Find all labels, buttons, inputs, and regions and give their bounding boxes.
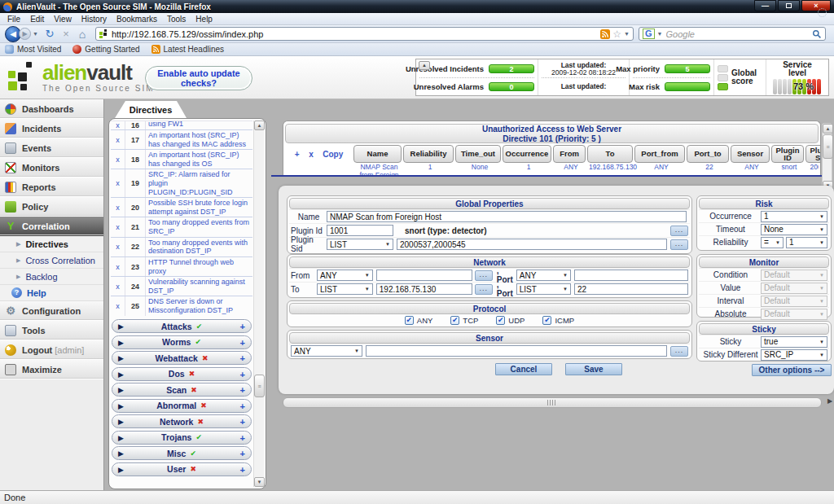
sidebar-item-monitors[interactable]: Monitors	[0, 158, 103, 177]
add-category-directive-button[interactable]: +	[240, 322, 245, 331]
from-input[interactable]	[376, 270, 472, 281]
category-bar-trojans[interactable]: ▶Trojans✔+	[112, 431, 252, 445]
timeout-select[interactable]: None▼	[761, 224, 827, 235]
category-bar-webattack[interactable]: ▶Webattack✖+	[112, 351, 252, 365]
splitter-arrow-icon[interactable]: ▶	[827, 397, 832, 405]
minimize-button[interactable]: —	[754, 0, 776, 11]
add-rule-link[interactable]: +	[295, 150, 300, 159]
category-bar-user[interactable]: ▶User✖+	[112, 462, 252, 476]
to-mode-select[interactable]: LIST▼	[317, 283, 373, 295]
add-category-directive-button[interactable]: +	[240, 385, 245, 395]
url-input[interactable]	[112, 28, 598, 39]
protocol-any-checkbox[interactable]: ✔	[405, 316, 414, 325]
plugin-id-input[interactable]	[327, 225, 393, 236]
sidebar-item-correlation[interactable]: YCorrelation	[0, 217, 103, 236]
name-input[interactable]	[327, 211, 687, 222]
forward-button[interactable]: ▶	[19, 28, 31, 40]
browse-plugin-button[interactable]: ...	[670, 226, 688, 236]
menu-history[interactable]: History	[77, 15, 112, 24]
bookmark-latest-headlines[interactable]: Latest Headlines	[151, 45, 225, 54]
horizontal-splitter[interactable]	[283, 397, 822, 408]
delete-directive-link[interactable]: x	[111, 257, 125, 276]
category-bar-worms[interactable]: ▶Worms✔+	[112, 335, 252, 349]
add-category-directive-button[interactable]: +	[240, 417, 245, 427]
save-button[interactable]: Save	[565, 363, 622, 375]
directive-link[interactable]: SRC_IP: Alarm raised for plugin PLUGIN_I…	[146, 169, 252, 197]
search-magnifier-icon[interactable]	[812, 29, 822, 39]
add-category-directive-button[interactable]: +	[240, 465, 245, 475]
expand-arrow-icon[interactable]: ▶	[118, 402, 124, 411]
add-category-directive-button[interactable]: +	[240, 401, 245, 411]
sensor-mode-select[interactable]: ANY▼	[291, 345, 362, 357]
menu-file[interactable]: File	[2, 15, 25, 24]
menu-tools[interactable]: Tools	[162, 15, 191, 24]
column-plugin-id[interactable]: Plugin ID	[771, 145, 804, 163]
browse-from-button[interactable]: ...	[475, 270, 493, 281]
delete-directive-link[interactable]: x	[111, 169, 125, 197]
expand-arrow-icon[interactable]: ▶	[118, 339, 124, 348]
url-dropdown-icon[interactable]: ▼	[624, 31, 630, 37]
directive-link[interactable]: using FW1	[146, 121, 252, 129]
home-button[interactable]: ⌂	[75, 27, 90, 42]
expand-arrow-icon[interactable]: ▶	[118, 370, 124, 379]
menu-edit[interactable]: Edit	[25, 15, 49, 24]
scroll-up-icon[interactable]: ▲	[823, 124, 833, 134]
delete-directive-link[interactable]: x	[111, 238, 125, 256]
table-scrollbar[interactable]: ▲ ≡ ▼	[822, 123, 832, 191]
reliability-value-select[interactable]: 1▼	[786, 237, 827, 248]
engine-dropdown-icon[interactable]: ▼	[657, 31, 663, 37]
occurrence-select[interactable]: 1▼	[761, 211, 827, 222]
browse-sensor-button[interactable]: ...	[670, 346, 688, 357]
scroll-thumb[interactable]: ≡	[823, 134, 833, 159]
copy-rule-link[interactable]: Copy	[323, 150, 343, 159]
delete-directive-link[interactable]: x	[111, 150, 125, 169]
sidebar-item-configuration[interactable]: ⚙Configuration	[0, 301, 103, 321]
protocol-udp-checkbox[interactable]: ✔	[496, 316, 505, 325]
sidebar-item-dashboards[interactable]: Dashboards	[0, 99, 103, 119]
rss-feed-icon[interactable]	[600, 29, 610, 39]
bookmark-getting-started[interactable]: Getting Started	[72, 45, 139, 54]
delete-directive-link[interactable]: x	[111, 121, 125, 129]
search-input[interactable]	[666, 28, 813, 39]
directive-link[interactable]: DNS Server is down or Missconfiguration …	[146, 296, 252, 315]
sidebar-item-help[interactable]: ?Help	[0, 285, 103, 301]
expand-arrow-icon[interactable]: ▶	[118, 449, 124, 458]
from-port-mode-select[interactable]: ANY▼	[516, 270, 571, 281]
delete-directive-link[interactable]: x	[111, 277, 125, 296]
sidebar-item-logout[interactable]: Logout[admin]	[0, 340, 103, 360]
delete-directive-link[interactable]: x	[111, 130, 125, 149]
add-category-directive-button[interactable]: +	[240, 449, 245, 458]
from-mode-select[interactable]: ANY▼	[317, 270, 373, 281]
expand-arrow-icon[interactable]: ▶	[118, 386, 124, 395]
directive-link[interactable]: Possible SSH brute force login attempt a…	[146, 198, 252, 217]
sidebar-item-incidents[interactable]: Incidents	[0, 119, 103, 138]
delete-directive-link[interactable]: x	[111, 198, 125, 217]
delete-directive-link[interactable]: x	[111, 296, 125, 315]
bookmark-most-visited[interactable]: Most Visited	[5, 45, 61, 54]
column-name[interactable]: Name	[353, 145, 402, 163]
category-bar-dos[interactable]: ▶Dos✖+	[112, 367, 252, 381]
close-button[interactable]: ×	[801, 0, 831, 11]
sidebar-item-reports[interactable]: Reports	[0, 177, 103, 197]
search-bar[interactable]: G ▼	[639, 27, 826, 41]
scroll-thumb[interactable]: ≡	[254, 375, 265, 397]
menu-bookmarks[interactable]: Bookmarks	[112, 15, 162, 24]
delete-rule-link[interactable]: x	[309, 150, 314, 159]
rule-row[interactable]: NMAP Scan from Foreign Host 1 None 1 ANY…	[285, 163, 819, 175]
sidebar-item-backlog[interactable]: ▶Backlog	[0, 269, 103, 285]
restore-button[interactable]	[778, 0, 800, 11]
category-bar-scan[interactable]: ▶Scan✖+	[112, 383, 252, 397]
protocol-tcp-checkbox[interactable]: ✔	[450, 316, 459, 325]
menu-view[interactable]: View	[49, 15, 77, 24]
directive-link[interactable]: An important host (SRC_IP) has changed i…	[146, 150, 252, 169]
tab-directives[interactable]: Directives	[115, 101, 187, 118]
browse-to-button[interactable]: ...	[475, 284, 493, 295]
cancel-button[interactable]: Cancel	[495, 363, 552, 375]
column-reliability[interactable]: Reliability	[403, 145, 454, 163]
column-plugin-sid[interactable]: Plugin SID	[805, 145, 821, 163]
directive-link[interactable]: Vulnerability scanning against DST_IP	[146, 277, 252, 296]
directive-link[interactable]: An important host (SRC_IP) has changed i…	[146, 130, 252, 149]
column-port-to[interactable]: Port_to	[687, 145, 729, 163]
column-port-from[interactable]: Port_from	[634, 145, 685, 163]
column-to[interactable]: To	[587, 145, 633, 163]
